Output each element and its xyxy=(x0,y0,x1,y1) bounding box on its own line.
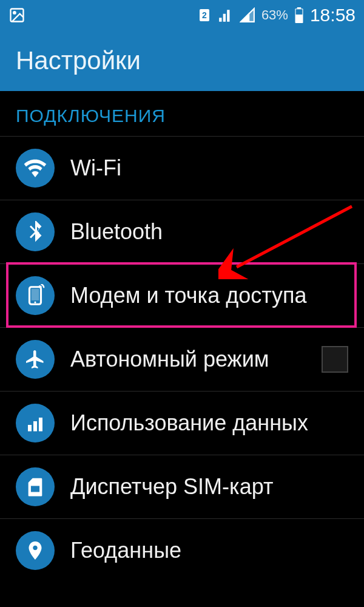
airplane-checkbox[interactable] xyxy=(322,346,348,373)
settings-item-data-usage[interactable]: Использование данных xyxy=(0,392,364,455)
location-icon xyxy=(16,531,55,570)
settings-item-airplane[interactable]: Автономный режим xyxy=(0,328,364,392)
data-usage-icon xyxy=(16,404,55,443)
svg-rect-6 xyxy=(296,9,303,15)
battery-icon xyxy=(294,7,304,23)
battery-percent: 63% xyxy=(261,7,288,23)
svg-rect-11 xyxy=(33,421,37,432)
airplane-icon xyxy=(16,340,55,379)
item-label: Геоданные xyxy=(70,538,348,563)
settings-item-wifi[interactable]: Wi-Fi xyxy=(0,137,364,200)
svg-point-9 xyxy=(34,302,36,304)
svg-rect-12 xyxy=(39,418,42,432)
svg-text:2: 2 xyxy=(202,10,207,20)
status-bar: 2 63% 18:58 xyxy=(0,0,364,30)
item-label: Wi-Fi xyxy=(70,155,348,181)
section-header-connections: ПОДКЛЮЧЕНИЯ xyxy=(0,91,364,137)
item-label: Автономный режим xyxy=(70,347,315,372)
item-label: Использование данных xyxy=(70,410,348,436)
bluetooth-icon xyxy=(16,212,55,251)
sim-icon xyxy=(16,467,55,506)
image-icon xyxy=(8,7,25,24)
page-title: Настройки xyxy=(16,46,141,75)
wifi-icon xyxy=(16,149,55,188)
settings-item-bluetooth[interactable]: Bluetooth xyxy=(0,200,364,264)
item-label: Модем и точка доступа xyxy=(70,283,348,308)
svg-rect-5 xyxy=(297,7,302,9)
settings-item-sim-manager[interactable]: Диспетчер SIM-карт xyxy=(0,455,364,519)
sim-indicator: 2 xyxy=(197,8,212,22)
item-label: Диспетчер SIM-карт xyxy=(70,474,348,500)
settings-item-location[interactable]: Геоданные xyxy=(0,519,364,582)
section-label: ПОДКЛЮЧЕНИЯ xyxy=(16,106,166,126)
svg-rect-10 xyxy=(28,425,32,432)
svg-rect-13 xyxy=(33,487,35,490)
clock: 18:58 xyxy=(310,5,356,25)
tethering-icon xyxy=(16,276,55,315)
item-label: Bluetooth xyxy=(70,219,348,245)
svg-rect-8 xyxy=(32,289,39,300)
svg-rect-14 xyxy=(36,487,38,490)
settings-item-tethering[interactable]: Модем и точка доступа xyxy=(0,264,364,328)
header: Настройки xyxy=(0,30,364,91)
signal-icon xyxy=(218,7,234,23)
svg-point-1 xyxy=(13,12,16,14)
network-icon xyxy=(240,7,255,23)
